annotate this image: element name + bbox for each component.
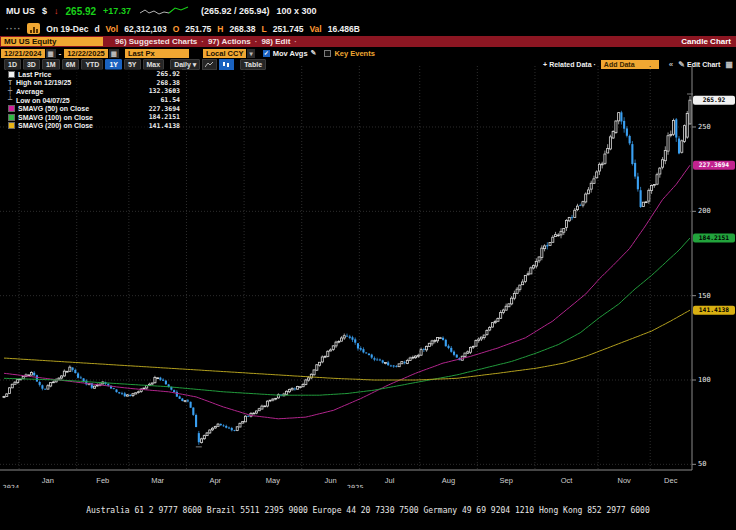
legend-value: 141.4138 <box>149 122 180 130</box>
stat-label: Vol <box>106 24 119 34</box>
menu-item[interactable]: 98) Edit <box>261 37 290 46</box>
stat-label: O <box>173 24 180 34</box>
menu-separator: · <box>201 37 204 46</box>
ticker-symbol: MU US <box>6 6 35 16</box>
date-separator: - <box>59 49 62 58</box>
svg-text:May: May <box>266 476 280 485</box>
ohlc-stats: Vol62,312,103O251.75H268.38L251.745Val16… <box>106 24 360 34</box>
price-change: +17.37 <box>103 6 131 16</box>
stat-value: 268.38 <box>229 24 255 34</box>
svg-text:Oct: Oct <box>561 476 574 485</box>
legend-label: SMAVG (50) on Close <box>18 105 89 112</box>
svg-text:Aug: Aug <box>442 476 455 485</box>
legend-row[interactable]: SMAVG (50) on Close227.3694 <box>8 104 180 113</box>
stat-value: 16.486B <box>328 24 360 34</box>
svg-text:Sep: Sep <box>499 476 512 485</box>
legend-glyph: ┴ <box>8 96 15 104</box>
legend-swatch <box>8 122 15 129</box>
chart-type-label: Candle Chart <box>681 37 736 46</box>
security-field[interactable]: MU US Equity <box>1 37 103 46</box>
price-field-select[interactable]: Last Px <box>125 49 189 58</box>
menu-separator: · <box>294 37 297 46</box>
price-chart[interactable]: JanFebMarAprMayJunJulAugSepOctNovDec2024… <box>0 66 736 488</box>
legend-row[interactable]: SMAVG (200) on Close141.4138 <box>8 122 180 131</box>
legend-label: SMAVG (200) on Close <box>18 122 93 129</box>
svg-text:Jan: Jan <box>42 476 54 485</box>
legend-row[interactable]: THigh on 12/19/25268.38 <box>8 79 180 88</box>
svg-text:141.4138: 141.4138 <box>699 306 730 313</box>
footer-phones: Australia 61 2 9777 8600 Brazil 5511 239… <box>0 506 736 516</box>
svg-text:Apr: Apr <box>209 476 221 485</box>
stat-label: L <box>261 24 266 34</box>
svg-text:184.2151: 184.2151 <box>699 234 730 241</box>
stat-label: H <box>217 24 223 34</box>
legend-value: 184.2151 <box>149 113 180 121</box>
legend-swatch <box>8 105 15 112</box>
terminal-footer: Australia 61 2 9777 8600 Brazil 5511 239… <box>0 486 736 530</box>
mov-avgs-checkbox[interactable]: ✓ <box>263 50 270 57</box>
legend-row[interactable]: Last Price265.92 <box>8 70 180 79</box>
ticker-header: MU US $ ↓ 265.92 +17.37 (265.92 / 265.94… <box>6 5 317 17</box>
down-arrow-icon: ↓ <box>54 6 59 16</box>
legend-value: 265.92 <box>157 70 180 78</box>
svg-text:50: 50 <box>698 460 706 468</box>
chevron-down-icon[interactable]: ▾ <box>247 49 254 58</box>
svg-text:Mar: Mar <box>151 476 164 485</box>
intraday-sparkline <box>138 5 194 17</box>
legend-label: Last Price <box>18 71 51 78</box>
session-stats: ···· On 19-Dec d Vol62,312,103O251.75H26… <box>6 23 360 34</box>
session-date: On 19-Dec <box>46 24 88 34</box>
legend-row[interactable]: SMAVG (100) on Close184.2151 <box>8 113 180 122</box>
legend-value: 268.38 <box>157 79 180 87</box>
stat-label: Val <box>309 24 321 34</box>
mov-avgs-label[interactable]: Mov Avgs <box>273 49 308 58</box>
legend-label: Low on 04/07/25 <box>16 97 70 104</box>
edit-mov-avgs-icon[interactable]: ✎ <box>311 49 317 57</box>
command-bar: MU US Equity 96) Suggested Charts·97) Ac… <box>0 36 736 47</box>
quote-size: 100 x 300 <box>276 6 316 16</box>
ticker-currency: $ <box>42 6 47 16</box>
key-events-checkbox[interactable] <box>324 50 331 57</box>
svg-text:200: 200 <box>698 207 711 215</box>
svg-text:150: 150 <box>698 292 711 300</box>
stat-value: 251.745 <box>273 24 304 34</box>
key-events-label[interactable]: Key Events <box>334 49 374 58</box>
date-start-input[interactable]: 12/21/2024 <box>1 49 45 58</box>
svg-text:Feb: Feb <box>96 476 109 485</box>
session-code: d <box>94 24 99 34</box>
legend-label: High on 12/19/25 <box>16 79 71 86</box>
last-price: 265.92 <box>66 6 97 17</box>
bloomberg-terminal-window: MU US $ ↓ 265.92 +17.37 (265.92 / 265.94… <box>0 0 736 530</box>
menu-item[interactable]: 97) Actions <box>208 37 251 46</box>
chart-legend: Last Price265.92THigh on 12/19/25268.38┼… <box>6 69 182 131</box>
legend-glyph: T <box>8 79 15 87</box>
legend-row[interactable]: ┴Low on 04/07/2561.54 <box>8 96 180 105</box>
svg-text:Jul: Jul <box>385 476 395 485</box>
svg-text:Jun: Jun <box>324 476 336 485</box>
bid-ask: (265.92 / 265.94) <box>201 6 270 16</box>
svg-text:Nov: Nov <box>617 476 631 485</box>
chart-controls: 12/21/2024 ▦ - 12/22/2025 ▦ Last Px Loca… <box>0 48 736 58</box>
legend-value: 227.3694 <box>149 105 180 113</box>
legend-row[interactable]: ┼Average132.3603 <box>8 87 180 96</box>
svg-text:250: 250 <box>698 123 711 131</box>
calendar-icon[interactable]: ▦ <box>109 49 119 58</box>
svg-text:265.92: 265.92 <box>703 96 726 103</box>
currency-select[interactable]: Local CCY <box>203 49 247 58</box>
svg-text:100: 100 <box>698 376 711 384</box>
legend-label: Average <box>16 88 43 95</box>
stat-value: 62,312,103 <box>124 24 167 34</box>
menu-separator: · <box>255 37 258 46</box>
calendar-icon[interactable]: ▦ <box>46 49 56 58</box>
menu-item[interactable]: 96) Suggested Charts <box>115 37 197 46</box>
stat-value: 251.75 <box>185 24 211 34</box>
legend-swatch <box>8 71 15 78</box>
menu-bar: 96) Suggested Charts·97) Actions·98) Edi… <box>115 37 301 46</box>
svg-text:227.3694: 227.3694 <box>699 161 730 168</box>
legend-value: 61.54 <box>160 96 180 104</box>
date-end-input[interactable]: 12/22/2025 <box>64 49 108 58</box>
mini-chart-icon[interactable] <box>27 23 40 34</box>
legend-label: SMAVG (100) on Close <box>18 114 93 121</box>
legend-glyph: ┼ <box>8 87 15 95</box>
legend-swatch <box>8 114 15 121</box>
